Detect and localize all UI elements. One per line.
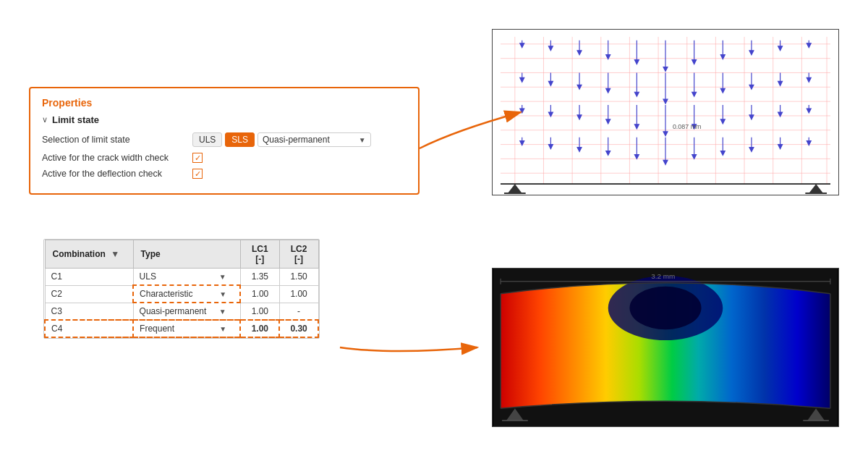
cell-lc1-c3: 1.00 [240, 303, 279, 320]
type-arrow-c3: ▼ [219, 308, 226, 316]
limit-state-controls: ULS SLS Quasi-permanent ▼ [192, 132, 371, 147]
section-chevron[interactable]: ∨ [42, 115, 48, 124]
crack-width-label: Active for the crack width check [42, 153, 187, 163]
limit-state-section: ∨ Limit state [42, 114, 407, 125]
limit-state-row: Selection of limit state ULS SLS Quasi-p… [42, 132, 407, 147]
cell-lc2-c1: 1.50 [279, 269, 318, 286]
cell-lc2-c3: - [279, 303, 318, 320]
col-header-lc2: LC2[-] [279, 240, 318, 269]
type-arrow-c2: ▼ [219, 290, 226, 298]
svg-point-119 [629, 287, 701, 329]
structural-diagram-top: 0.087 mm [492, 29, 839, 195]
cell-lc1-c4: 1.00 [240, 320, 279, 337]
properties-panel: Properties ∨ Limit state Selection of li… [29, 87, 420, 195]
quasi-permanent-dropdown[interactable]: Quasi-permanent ▼ [258, 132, 371, 147]
dropdown-arrow-icon: ▼ [359, 136, 366, 144]
dropdown-value: Quasi-permanent [263, 135, 330, 145]
crack-width-checkbox[interactable] [192, 153, 203, 163]
type-arrow-c4: ▼ [219, 325, 226, 333]
cell-type-c3: Quasi-permanent ▼ [133, 303, 240, 320]
selection-limit-state-label: Selection of limit state [42, 135, 187, 145]
cell-combo-c1: C1 [45, 269, 133, 286]
cell-combo-c2: C2 [45, 285, 133, 303]
filter-icon[interactable]: ▼ [111, 249, 119, 259]
type-arrow-c1: ▼ [219, 273, 226, 281]
cell-lc2-c2: 1.00 [279, 285, 318, 303]
col-header-lc1: LC1[-] [240, 240, 279, 269]
cell-type-c1: ULS ▼ [133, 269, 240, 286]
structural-diagram-bottom: 3.2 mm [492, 268, 839, 427]
table-row: C4 Frequent ▼ 1.00 0.30 [45, 320, 318, 337]
section-title: Limit state [52, 114, 99, 125]
cell-type-c4[interactable]: Frequent ▼ [133, 320, 240, 337]
combination-table: Combination ▼ Type LC1[-] LC2[-] C1 ULS … [44, 240, 319, 338]
cell-lc1-c1: 1.35 [240, 269, 279, 286]
cell-type-c2[interactable]: Characteristic ▼ [133, 285, 240, 303]
svg-text:3.2 mm: 3.2 mm [651, 272, 675, 280]
cell-combo-c3: C3 [45, 303, 133, 320]
deflection-checkbox[interactable] [192, 169, 203, 179]
deflection-row: Active for the deflection check [42, 169, 407, 179]
combination-table-panel: Combination ▼ Type LC1[-] LC2[-] C1 ULS … [43, 239, 320, 339]
table-row: C3 Quasi-permanent ▼ 1.00 - [45, 303, 318, 320]
col-header-type: Type [133, 240, 240, 269]
cell-lc2-c4: 0.30 [279, 320, 318, 337]
sls-button[interactable]: SLS [225, 132, 255, 147]
deflection-label: Active for the deflection check [42, 169, 187, 179]
crack-width-row: Active for the crack width check [42, 153, 407, 163]
svg-text:0.087 mm: 0.087 mm [673, 123, 702, 130]
table-row: C1 ULS ▼ 1.35 1.50 [45, 269, 318, 286]
uls-button[interactable]: ULS [192, 132, 222, 147]
cell-combo-c4: C4 [45, 320, 133, 337]
properties-title: Properties [42, 97, 407, 109]
cell-lc1-c2: 1.00 [240, 285, 279, 303]
col-header-combination: Combination ▼ [45, 240, 133, 269]
table-row: C2 Characteristic ▼ 1.00 1.00 [45, 285, 318, 303]
